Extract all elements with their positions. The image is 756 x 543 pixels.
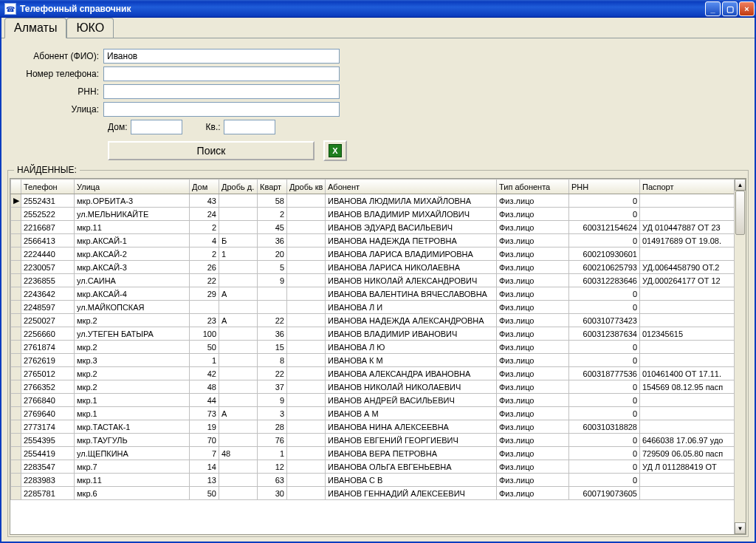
- row-marker[interactable]: [11, 487, 21, 500]
- col-frac[interactable]: Дробь д.: [219, 180, 258, 194]
- cell-street: мкр.ОРБИТА-3: [75, 194, 190, 208]
- row-marker[interactable]: [11, 234, 21, 247]
- input-rnn[interactable]: [103, 84, 340, 99]
- cell-frac: [219, 354, 258, 367]
- cell-rnn: 600210625793: [569, 261, 640, 274]
- table-row[interactable]: 2773174мкр.ТАСТАК-11928ИВАНОВА НИНА АЛЕК…: [11, 420, 735, 434]
- col-type[interactable]: Тип абонента: [497, 180, 569, 194]
- row-marker[interactable]: [11, 354, 21, 367]
- scroll-down-arrow[interactable]: ▼: [735, 522, 746, 534]
- cell-kv: 45: [258, 221, 287, 234]
- cell-type: Физ.лицо: [497, 327, 569, 341]
- table-row[interactable]: 2230057мкр.АКСАЙ-3265ИВАНОВА ЛАРИСА НИКО…: [11, 261, 735, 274]
- col-pass[interactable]: Паспорт: [640, 180, 735, 194]
- row-marker[interactable]: [11, 327, 21, 341]
- cell-kv: 22: [258, 367, 287, 380]
- row-marker[interactable]: [11, 434, 21, 447]
- table-row[interactable]: 2224440мкр.АКСАЙ-22120ИВАНОВА ЛАРИСА ВЛА…: [11, 247, 735, 261]
- row-marker[interactable]: [11, 261, 21, 274]
- cell-house: 24: [190, 208, 219, 221]
- table-row[interactable]: 2766840мкр.1449ИВАНОВ АНДРЕЙ ВАСИЛЬЕВИЧФ…: [11, 394, 735, 407]
- row-marker[interactable]: [11, 474, 21, 487]
- col-kvart[interactable]: Кварт: [258, 180, 287, 194]
- col-abon[interactable]: Абонент: [326, 180, 497, 194]
- cell-pass: [640, 407, 735, 420]
- table-row[interactable]: 2765012мкр.24222ИВАНОВА АЛЕКСАНДРА ИВАНО…: [11, 367, 735, 380]
- search-button[interactable]: Поиск: [108, 141, 315, 160]
- table-row[interactable]: 2761874мкр.25015ИВАНОВА Л ЮФиз.лицо0: [11, 341, 735, 354]
- row-marker[interactable]: [11, 274, 21, 287]
- cell-abon: ИВАНОВА НАДЕЖДА ПЕТРОВНА: [326, 234, 497, 247]
- input-house[interactable]: [131, 120, 182, 134]
- row-marker[interactable]: [11, 287, 21, 301]
- cell-abon: ИВАНОВ ЕВГЕНИЙ ГЕОРГИЕВИЧ: [326, 434, 497, 447]
- export-excel-button[interactable]: X: [323, 140, 347, 161]
- vertical-scrollbar[interactable]: ▲ ▼: [734, 179, 746, 534]
- table-row[interactable]: 2566413мкр.АКСАЙ-14Б36ИВАНОВА НАДЕЖДА ПЕ…: [11, 234, 735, 247]
- col-street[interactable]: Улица: [75, 180, 190, 194]
- col-rnn[interactable]: РНН: [569, 180, 640, 194]
- row-marker[interactable]: ▶: [11, 194, 21, 208]
- table-row[interactable]: 2216687мкр.11245ИВАНОВ ЭДУАРД ВАСИЛЬЕВИЧ…: [11, 221, 735, 234]
- row-marker[interactable]: [11, 314, 21, 327]
- table-row[interactable]: 2236855ул.САИНА229ИВАНОВ НИКОЛАЙ АЛЕКСАН…: [11, 274, 735, 287]
- cell-pass: [640, 287, 735, 301]
- maximize-button[interactable]: ▢: [722, 1, 738, 16]
- cell-house: 29: [190, 287, 219, 301]
- cell-phone: 2761874: [21, 341, 75, 354]
- table-row[interactable]: 2285781мкр.65030ИВАНОВ ГЕННАДИЙ АЛЕКСЕЕВ…: [11, 487, 735, 500]
- col-marker[interactable]: [11, 180, 21, 194]
- tab-almaty[interactable]: Алматы: [4, 18, 66, 38]
- table-row[interactable]: ▶2552431мкр.ОРБИТА-34358ИВАНОВА ЛЮДМИЛА …: [11, 194, 735, 208]
- cell-phone: 2766352: [21, 380, 75, 394]
- cell-street: мкр.1: [75, 407, 190, 420]
- table-row[interactable]: 2552522ул.МЕЛЬНИКАЙТЕ242ИВАНОВ ВЛАДИМИР …: [11, 208, 735, 221]
- table-row[interactable]: 2283983мкр.111363ИВАНОВА С ВФиз.лицо0: [11, 474, 735, 487]
- cell-rnn: 0: [569, 407, 640, 420]
- tab-yuko[interactable]: ЮКО: [66, 18, 114, 38]
- row-marker[interactable]: [11, 247, 21, 261]
- minimize-button[interactable]: _: [705, 1, 721, 16]
- row-marker[interactable]: [11, 420, 21, 434]
- table-row[interactable]: 2256660ул.УТЕГЕН БАТЫРА10036ИВАНОВ ВЛАДИ…: [11, 327, 735, 341]
- scroll-thumb[interactable]: [735, 191, 745, 235]
- col-phone[interactable]: Телефон: [21, 180, 75, 194]
- close-button[interactable]: ×: [739, 1, 755, 16]
- row-marker[interactable]: [11, 208, 21, 221]
- cell-frac: [219, 221, 258, 234]
- row-marker[interactable]: [11, 460, 21, 474]
- row-marker[interactable]: [11, 407, 21, 420]
- table-row[interactable]: 2769640мкр.173А3ИВАНОВ А МФиз.лицо0: [11, 407, 735, 420]
- cell-kv: [258, 301, 287, 314]
- row-marker[interactable]: [11, 301, 21, 314]
- table-row[interactable]: 2243642мкр.АКСАЙ-429АИВАНОВА ВАЛЕНТИНА В…: [11, 287, 735, 301]
- cell-frack: [287, 194, 326, 208]
- cell-house: 42: [190, 367, 219, 380]
- cell-kv: 1: [258, 447, 287, 460]
- col-frack[interactable]: Дробь кв: [287, 180, 326, 194]
- scroll-up-arrow[interactable]: ▲: [735, 179, 746, 191]
- cell-kv: 20: [258, 247, 287, 261]
- table-row[interactable]: 2283547мкр.71412ИВАНОВА ОЛЬГА ЕВГЕНЬЕВНА…: [11, 460, 735, 474]
- row-marker[interactable]: [11, 221, 21, 234]
- input-phone[interactable]: [103, 66, 340, 81]
- table-row[interactable]: 2250027мкр.223А22ИВАНОВА НАДЕЖДА АЛЕКСАН…: [11, 314, 735, 327]
- col-house[interactable]: Дом: [190, 180, 219, 194]
- input-kv[interactable]: [224, 120, 275, 134]
- cell-pass: УД.0064458790 ОТ.2: [640, 261, 735, 274]
- row-marker[interactable]: [11, 394, 21, 407]
- row-marker[interactable]: [11, 380, 21, 394]
- input-street[interactable]: [103, 102, 340, 117]
- scroll-track[interactable]: [735, 191, 746, 522]
- row-marker[interactable]: [11, 367, 21, 380]
- search-form: Абонент (ФИО): Номер телефона: РНН: Улиц…: [1, 38, 755, 167]
- row-marker[interactable]: [11, 341, 21, 354]
- table-row[interactable]: 2766352мкр.24837ИВАНОВ НИКОЛАЙ НИКОЛАЕВИ…: [11, 380, 735, 394]
- table-row[interactable]: 2762619мкр.318ИВАНОВА К МФиз.лицо0: [11, 354, 735, 367]
- input-abonent[interactable]: [103, 49, 340, 64]
- table-row[interactable]: 2554395мкр.ТАУГУЛЬ7076ИВАНОВ ЕВГЕНИЙ ГЕО…: [11, 434, 735, 447]
- row-marker[interactable]: [11, 447, 21, 460]
- table-row[interactable]: 2554419ул.ЩЕПКИНА7481ИВАНОВА ВЕРА ПЕТРОВ…: [11, 447, 735, 460]
- cell-abon: ИВАНОВА АЛЕКСАНДРА ИВАНОВНА: [326, 367, 497, 380]
- table-row[interactable]: 2248597ул.МАЙКОПСКАЯИВАНОВА Л ИФиз.лицо0: [11, 301, 735, 314]
